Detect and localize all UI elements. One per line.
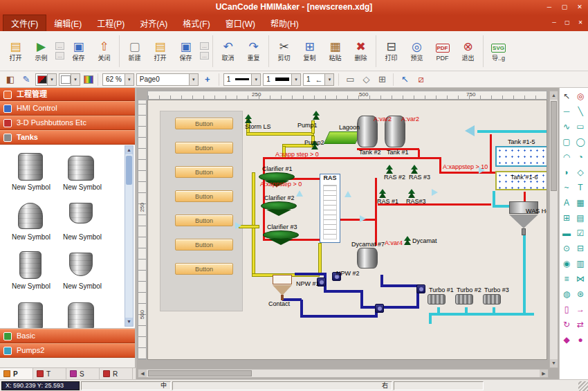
flow-arrow-icon[interactable] — [235, 222, 241, 229]
select-mode-icon[interactable]: ↖ — [398, 73, 412, 87]
text-tool-icon[interactable]: T — [574, 181, 587, 194]
tank-symbol[interactable] — [69, 203, 93, 224]
pipe-segment[interactable] — [477, 130, 547, 133]
tank-symbol[interactable] — [68, 302, 94, 329]
freehand-tool-icon[interactable]: ~ — [560, 181, 573, 194]
label-var4[interactable]: A:var4 — [385, 239, 403, 246]
pipe-segment[interactable] — [239, 225, 259, 228]
pipe-tool-icon[interactable]: ≡ — [560, 273, 573, 286]
pipe-segment[interactable] — [439, 157, 441, 173]
image-tool-icon[interactable]: ▦ — [574, 197, 587, 210]
scrollbar-thumb[interactable] — [148, 370, 252, 376]
print-button[interactable]: ⊟ 打印 — [378, 33, 404, 69]
rotate-tool-icon[interactable]: ↻ — [560, 318, 573, 331]
mini-button[interactable]: … — [55, 52, 64, 60]
tab-symbols[interactable]: S — [66, 368, 100, 379]
ras-gauge[interactable]: RAS — [320, 174, 340, 243]
ellipse-tool-icon[interactable]: ◯ — [574, 136, 587, 149]
label-condition[interactable]: A:xappstep > 10 — [443, 163, 488, 170]
examples-button[interactable]: ▶ 示例 — [28, 33, 54, 69]
pointer-tool-icon[interactable]: ↖ — [560, 90, 573, 103]
flow-arrow-icon[interactable] — [360, 215, 366, 222]
sidebar-scrollbar[interactable]: ▲ ▼ — [125, 145, 134, 327]
line-tool-icon[interactable]: ─ — [560, 105, 573, 118]
label-pump1[interactable]: Pump1 — [297, 122, 318, 129]
scroll-right-icon[interactable]: ▶ — [540, 370, 548, 377]
add-page-icon[interactable]: + — [201, 73, 214, 87]
arrow-tool-icon[interactable]: → — [574, 303, 587, 316]
pipe-segment[interactable] — [437, 307, 440, 313]
pump-tool-icon[interactable]: ◍ — [560, 288, 573, 301]
pie-tool-icon[interactable]: ◔ — [574, 151, 587, 164]
pump-icon[interactable] — [411, 165, 418, 174]
label-contact[interactable]: Contact — [268, 300, 290, 307]
fill-color-picker[interactable]: ▾ — [35, 73, 57, 86]
pipe-segment[interactable] — [429, 313, 534, 316]
pipe-segment[interactable] — [493, 307, 495, 313]
pipe-segment[interactable] — [252, 172, 255, 276]
flow-arrow-icon[interactable] — [296, 190, 303, 197]
tab-project[interactable]: P — [0, 368, 33, 379]
pipe-segment[interactable] — [490, 134, 492, 173]
menu-window[interactable]: 窗口(W) — [218, 15, 263, 31]
arc-tool-icon[interactable]: ◠ — [560, 151, 573, 164]
flow-arrow-icon[interactable] — [344, 191, 351, 197]
section-hmi-control[interactable]: HMI Control — [0, 101, 135, 116]
node-tool-icon[interactable]: ● — [574, 334, 587, 347]
pump-icon[interactable] — [245, 114, 252, 124]
diagonal-line-tool-icon[interactable]: ╲ — [574, 105, 587, 118]
open-button[interactable]: ▤ 打开 — [3, 33, 28, 69]
tank-symbol[interactable] — [69, 253, 93, 276]
pipe-segment[interactable] — [429, 313, 432, 324]
cut-button[interactable]: ✂ 剪切 — [271, 33, 297, 69]
table-tool-icon[interactable]: ⊞ — [560, 212, 573, 225]
pipe-segment[interactable] — [380, 275, 383, 286]
label-condition[interactable]: A:xapp step > 0 — [275, 151, 319, 158]
tank-symbol[interactable] — [18, 153, 43, 181]
tank-tool-icon[interactable]: ▯ — [560, 303, 573, 316]
fill-bucket-icon[interactable]: ◧ — [3, 73, 17, 87]
close-doc-button[interactable]: ⇧ 关闭 — [91, 33, 117, 69]
label-clarifier2[interactable]: Clarifier #2 — [264, 194, 295, 201]
scroll-up-icon[interactable]: ▲ — [125, 146, 133, 154]
pump-icon[interactable] — [375, 304, 384, 313]
copy-button[interactable]: ⊞ 复制 — [297, 33, 322, 69]
flip-tool-icon[interactable]: ⇄ — [574, 318, 587, 331]
export-svg-button[interactable]: SVG 导..g — [486, 33, 511, 69]
menu-edit[interactable]: 编辑(E) — [46, 15, 89, 31]
lagoon-shape[interactable] — [324, 131, 361, 144]
dycamat-7-shape[interactable] — [357, 248, 378, 269]
hmi-button[interactable]: Button — [175, 239, 233, 251]
zoom-select[interactable]: 62 % ▾ — [102, 73, 134, 86]
gauge-tool-icon[interactable]: ◉ — [560, 257, 573, 271]
child-minimize-icon[interactable]: ─ — [549, 18, 559, 27]
preview-button[interactable]: ◎ 预览 — [404, 33, 430, 69]
label-tank16[interactable]: Tank #1-6 — [511, 174, 538, 181]
button-tool-icon[interactable]: ▬ — [560, 227, 573, 240]
label-ras3[interactable]: RAS#3 — [406, 198, 426, 205]
label-ras1[interactable]: RAS #1 — [377, 198, 398, 205]
tank-symbol[interactable] — [19, 251, 42, 279]
label-storm-ls[interactable]: Storm LS — [245, 123, 271, 130]
label-var2[interactable]: A:var2 — [401, 116, 419, 122]
pump-icon[interactable] — [379, 189, 386, 199]
turbo-2-shape[interactable] — [455, 294, 473, 304]
maximize-icon[interactable]: ▢ — [559, 2, 570, 12]
turbo-1-shape[interactable] — [428, 294, 445, 304]
tab-tools[interactable]: T — [33, 368, 66, 379]
chord-tool-icon[interactable]: ◗ — [560, 166, 573, 179]
save2-button[interactable]: ▣ 保存 — [173, 33, 199, 69]
radio-tool-icon[interactable]: ⊙ — [560, 242, 573, 255]
pipe-segment[interactable] — [246, 132, 314, 136]
label-tank15[interactable]: Tank #1-5 — [508, 138, 535, 145]
valve-tool-icon[interactable]: ⋈ — [574, 273, 587, 286]
shape-diamond-icon[interactable]: ◇ — [359, 73, 373, 87]
tank-symbol[interactable] — [18, 302, 43, 329]
flow-arrow-icon[interactable] — [432, 189, 438, 196]
resize-grip[interactable] — [578, 381, 588, 391]
canvas-horizontal-scrollbar[interactable]: ◀ ▶ — [138, 369, 549, 378]
palette-icon[interactable] — [84, 75, 93, 84]
tab-resources[interactable]: R — [100, 368, 133, 379]
pump-icon[interactable] — [313, 111, 320, 120]
menu-help[interactable]: 帮助(H) — [263, 15, 306, 31]
